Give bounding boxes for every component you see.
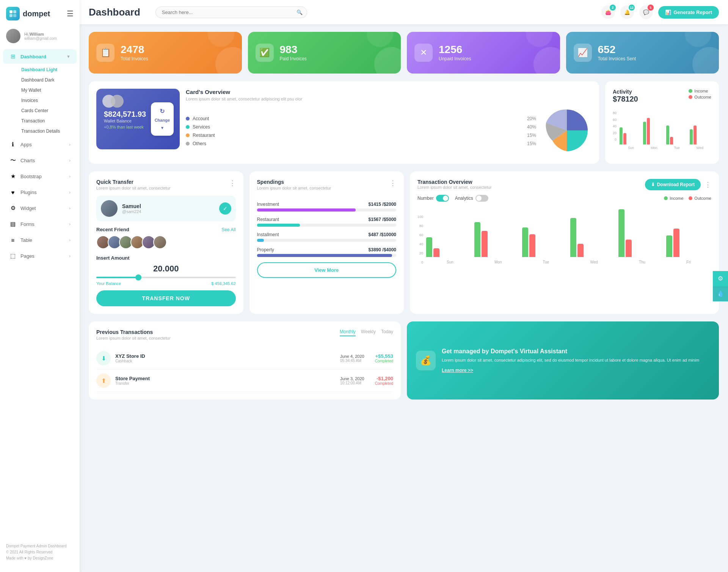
bar-group-thu — [618, 209, 664, 257]
cards-overview-rows: Account 20% Services 40% — [186, 116, 536, 146]
y-axis: 100806040200 — [417, 215, 425, 264]
chat-btn[interactable]: 💬 5 — [639, 5, 653, 19]
activity-legend: Income Outcome — [689, 89, 711, 99]
more-options-button[interactable]: ⋮ — [704, 180, 711, 189]
bar — [482, 231, 488, 257]
sidebar-item-label: Plugins — [20, 190, 37, 195]
generate-report-button[interactable]: 📊 Generate Report — [658, 6, 719, 19]
chevron-down-icon: ▼ — [66, 54, 71, 59]
contact-check-icon: ✓ — [219, 202, 231, 215]
bar — [693, 125, 697, 144]
sidebar-item-label: Bootstrap — [20, 174, 42, 179]
search-input[interactable] — [155, 6, 307, 18]
pages-icon: ⬚ — [9, 252, 17, 260]
sidebar-item-pages[interactable]: ⬚ Pages › — [3, 249, 77, 263]
prev-tx-desc: Lorem ipsum dolor sit amet, consectetur — [96, 336, 171, 340]
tab-monthly[interactable]: Monthly — [340, 329, 356, 336]
outcome-dot — [689, 196, 692, 200]
sidebar-subitem-my-wallet[interactable]: My Wallet — [15, 85, 77, 95]
friend-avatars — [96, 235, 236, 249]
hamburger-icon[interactable]: ☰ — [67, 9, 74, 18]
bar — [626, 240, 632, 257]
more-options-button[interactable]: ⋮ — [389, 179, 396, 187]
sidebar-item-plugins[interactable]: ♥ Plugins › — [3, 185, 77, 199]
dashboard-icon: ⊞ — [9, 53, 17, 60]
svg-rect-2 — [9, 14, 13, 17]
svg-rect-3 — [13, 14, 16, 17]
dot-services — [186, 125, 190, 129]
forms-icon: ▤ — [9, 220, 17, 228]
bar — [670, 137, 673, 144]
header-icons: 👛 2 🔔 12 💬 5 📊 Generate Report — [601, 5, 719, 19]
stat-card-total-invoices: 📋 2478 Total Invoices — [89, 32, 242, 74]
transfer-now-button[interactable]: TRANSFER NOW — [96, 290, 236, 306]
view-more-button[interactable]: View More — [257, 262, 397, 278]
sidebar-subitem-dashboard-dark[interactable]: Dashboard Dark — [15, 75, 77, 85]
table-row: ⬇ XYZ Store ID Cashback June 4, 2020 05:… — [96, 347, 393, 370]
pie-chart — [542, 106, 592, 156]
tx-status: Completed — [375, 359, 393, 363]
chevron-right-icon: › — [69, 222, 71, 226]
sidebar-item-widget[interactable]: ⚙ Widget › — [3, 201, 77, 215]
chevron-right-icon: › — [69, 142, 71, 147]
sidebar-subitem-transaction-details[interactable]: Transaction Details — [15, 126, 77, 136]
notification-bell-btn[interactable]: 🔔 12 — [620, 5, 634, 19]
sidebar-item-label: Widget — [20, 205, 36, 211]
tab-weekly[interactable]: Weekly — [361, 329, 376, 336]
send-icon: 📈 — [574, 44, 592, 62]
sidebar: dompet ☰ Hi,William william@gmail.com ⊞ … — [0, 0, 80, 572]
bar-group-fri — [666, 229, 711, 257]
water-drop-button[interactable]: 💧 — [713, 286, 728, 301]
recent-friends-header: Recent Friend See All — [96, 227, 236, 232]
sidebar-item-bootstrap[interactable]: ★ Bootstrap › — [3, 169, 77, 183]
sidebar-item-forms[interactable]: ▤ Forms › — [3, 217, 77, 231]
sidebar-subitem-dashboard-light[interactable]: Dashboard Light — [15, 65, 77, 75]
spending-property: Property $3890 /$4000 — [257, 247, 397, 257]
wallet-icon: 👛 — [605, 9, 611, 15]
stat-label: Total Invoices — [121, 56, 148, 61]
middle-row: ↻ Change ▾ $824,571.93 Wallet Balance +0… — [89, 81, 719, 164]
tx-date: June 3, 2020 — [340, 376, 364, 381]
chat-icon: 💬 — [643, 9, 649, 15]
sidebar-item-apps[interactable]: ℹ Apps › — [3, 137, 77, 152]
sidebar-item-charts[interactable]: 〜 Charts › — [3, 153, 77, 168]
activity-amount: $78120 — [613, 95, 638, 103]
sidebar-subitem-cards-center[interactable]: Cards Center — [15, 106, 77, 116]
amount-slider[interactable] — [96, 277, 236, 278]
bar — [522, 227, 528, 257]
sidebar-item-table[interactable]: ≡ Table › — [3, 233, 77, 247]
more-options-button[interactable]: ⋮ — [229, 179, 236, 187]
number-toggle-switch[interactable] — [436, 195, 449, 202]
bell-badge: 12 — [629, 5, 635, 11]
stat-number: 1256 — [439, 44, 471, 56]
sidebar-item-label: Dashboard — [20, 54, 46, 60]
dashboard-submenu: Dashboard Light Dashboard Dark My Wallet… — [0, 64, 80, 136]
tx-time: 10:12:00 AM — [340, 381, 364, 385]
sidebar-item-label: Pages — [20, 253, 35, 259]
activity-bar-chart — [620, 114, 711, 144]
pt-header: Previous Transactions Lorem ipsum dolor … — [96, 329, 393, 346]
search-bar: 🔍 — [155, 6, 307, 18]
wallet-icon-btn[interactable]: 👛 2 — [601, 5, 615, 19]
promo-link[interactable]: Learn more >> — [442, 368, 473, 373]
co-row-restaurant: Restaurant 15% — [186, 133, 536, 138]
content-area: 📋 2478 Total Invoices ✅ 983 Paid Invoice… — [80, 24, 728, 572]
sidebar-subitem-transaction[interactable]: Transaction — [15, 116, 77, 126]
sidebar-item-dashboard[interactable]: ⊞ Dashboard ▼ — [3, 49, 77, 64]
bar — [474, 222, 480, 257]
tab-today[interactable]: Today — [381, 329, 393, 336]
settings-button[interactable]: ⚙ — [713, 271, 728, 286]
bar — [666, 235, 672, 257]
x-icon: ✕ — [414, 44, 433, 62]
analytics-toggle-switch[interactable] — [475, 195, 488, 202]
sidebar-subitem-invoices[interactable]: Invoices — [15, 96, 77, 105]
spending-investment: Investment $1415 /$2000 — [257, 202, 397, 212]
download-report-button[interactable]: ⬇ Download Report — [645, 179, 701, 190]
stat-number: 2478 — [121, 44, 148, 56]
app-name: dompet — [23, 9, 50, 18]
transaction-overview-panel: Transaction Overview Lorem ipsum dolor s… — [410, 171, 719, 314]
see-all-link[interactable]: See All — [221, 227, 235, 232]
bar-group-wed — [570, 218, 615, 257]
chart-icon: 📊 — [665, 9, 671, 15]
download-icon: ⬇ — [651, 182, 655, 187]
